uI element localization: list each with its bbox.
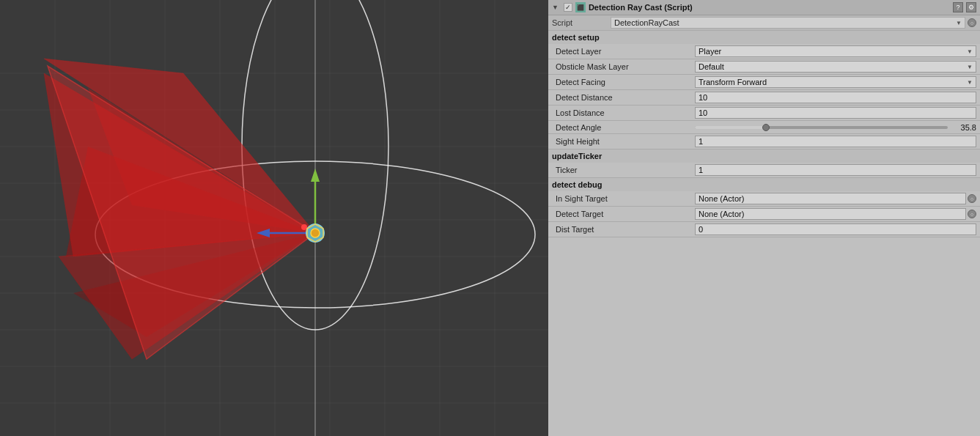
dist-target-value	[695, 223, 976, 235]
in-sight-target-select[interactable]: ○	[968, 194, 976, 203]
collapse-icon[interactable]: ▼	[552, 4, 559, 11]
ticker-input[interactable]	[695, 164, 976, 176]
field-sight-height: Sight Height	[548, 134, 980, 149]
detect-angle-value: 35.8	[695, 123, 976, 132]
field-detect-distance: Detect Distance	[548, 90, 980, 106]
section-update-ticker: updateTicker	[548, 149, 980, 163]
chevron-down-icon: ▼	[967, 48, 973, 55]
help-button[interactable]: ?	[953, 2, 963, 12]
sight-height-input[interactable]	[695, 136, 976, 147]
component-header: ▼ ✓ ⬛ Detection Ray Cast (Script) ? ⚙	[548, 0, 980, 15]
detect-angle-label: Detect Angle	[556, 123, 695, 132]
slider-thumb[interactable]	[762, 124, 770, 131]
section-detect-setup: detect setup	[548, 31, 980, 44]
sight-height-label: Sight Height	[556, 137, 695, 146]
chevron-down-icon: ▼	[967, 64, 973, 70]
detect-target-select[interactable]: ○	[968, 210, 976, 218]
script-select-button[interactable]: ○	[968, 18, 976, 27]
section-detect-debug: detect debug	[548, 178, 980, 191]
field-obstacle-mask-layer: Obsticle Mask Layer Default ▼	[548, 59, 980, 75]
lost-distance-input[interactable]	[695, 107, 976, 119]
in-sight-target-ref[interactable]: None (Actor)	[695, 193, 966, 204]
detect-facing-label: Detect Facing	[556, 78, 695, 86]
sight-height-value	[695, 136, 976, 147]
obstacle-mask-layer-value: Default ▼	[695, 61, 976, 73]
script-label: Script	[552, 18, 611, 27]
chevron-down-icon: ▼	[967, 79, 973, 86]
component-title: Detection Ray Cast (Script)	[589, 3, 950, 12]
field-ticker: Ticker	[548, 163, 980, 178]
dist-target-input[interactable]	[695, 223, 976, 235]
field-detect-angle: Detect Angle 35.8	[548, 121, 980, 134]
field-detect-target: Detect Target None (Actor) ○	[548, 207, 980, 222]
field-dist-target: Dist Target	[548, 222, 980, 237]
detect-target-label: Detect Target	[556, 210, 695, 218]
inspector-panel: ▼ ✓ ⬛ Detection Ray Cast (Script) ? ⚙ Sc…	[548, 0, 980, 436]
detect-layer-dropdown[interactable]: Player ▼	[695, 45, 976, 57]
field-detect-layer: Detect Layer Player ▼	[548, 44, 980, 59]
script-row: Script DetectionRayCast ▼ ○	[548, 15, 980, 31]
lost-distance-label: Lost Distance	[556, 108, 695, 117]
script-icon: ⬛	[575, 2, 586, 12]
in-sight-target-value: None (Actor) ○	[695, 193, 976, 204]
component-checkbox[interactable]: ✓	[564, 3, 572, 12]
slider-fill	[695, 126, 766, 129]
field-in-sight-target: In Sight Target None (Actor) ○	[548, 191, 980, 207]
dist-target-label: Dist Target	[556, 225, 695, 234]
ticker-label: Ticker	[556, 166, 695, 174]
detect-layer-value: Player ▼	[695, 45, 976, 57]
obstacle-mask-layer-label: Obsticle Mask Layer	[556, 62, 695, 71]
viewport[interactable]	[0, 0, 548, 436]
obstacle-mask-layer-dropdown[interactable]: Default ▼	[695, 61, 976, 73]
lost-distance-value	[695, 107, 976, 119]
detect-distance-input[interactable]	[695, 92, 976, 103]
detect-distance-value	[695, 92, 976, 103]
detect-angle-slider[interactable]: 35.8	[695, 123, 976, 132]
settings-button[interactable]: ⚙	[966, 2, 976, 12]
svg-point-34	[301, 224, 307, 230]
field-detect-facing: Detect Facing Transform Forward ▼	[548, 75, 980, 90]
script-value[interactable]: DetectionRayCast ▼	[611, 17, 965, 29]
detect-layer-label: Detect Layer	[556, 47, 695, 56]
detect-angle-display: 35.8	[951, 123, 976, 132]
detect-target-ref[interactable]: None (Actor)	[695, 208, 966, 220]
detect-facing-value: Transform Forward ▼	[695, 76, 976, 88]
slider-track[interactable]	[695, 126, 948, 129]
svg-point-36	[311, 229, 320, 237]
detect-facing-dropdown[interactable]: Transform Forward ▼	[695, 76, 976, 88]
in-sight-target-label: In Sight Target	[556, 194, 695, 203]
detect-target-value: None (Actor) ○	[695, 208, 976, 220]
field-lost-distance: Lost Distance	[548, 106, 980, 121]
ticker-value	[695, 164, 976, 176]
detect-distance-label: Detect Distance	[556, 93, 695, 102]
